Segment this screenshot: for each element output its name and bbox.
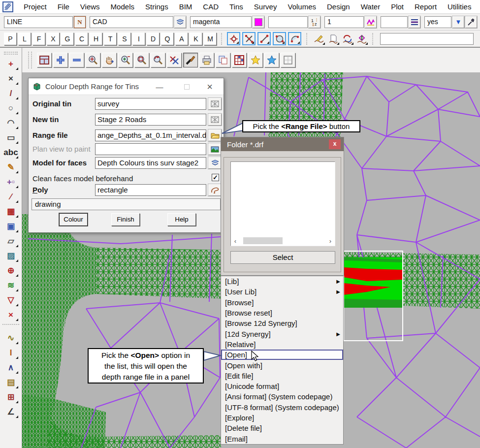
colour-button[interactable]: Colour: [59, 213, 88, 226]
menubar-item[interactable]: Survey: [249, 0, 283, 13]
plan-view-field[interactable]: [95, 143, 206, 155]
maximize-icon[interactable]: [177, 78, 196, 95]
menu-item[interactable]: [User Lib] ▶: [221, 287, 343, 297]
model-chooser-icon[interactable]: [174, 16, 186, 28]
menubar-item[interactable]: User: [477, 0, 480, 13]
favourites-star-button[interactable]: [248, 53, 263, 67]
letter-toggle-button[interactable]: G: [61, 32, 74, 45]
menu-item[interactable]: [Browse reset] ▶: [221, 308, 343, 318]
view-copy-icon[interactable]: ▣: [2, 219, 19, 233]
letter-toggle-button[interactable]: P: [4, 32, 17, 45]
poly-field[interactable]: rectangle: [95, 184, 206, 196]
finish-button[interactable]: Finish: [111, 213, 140, 226]
menu-item[interactable]: [Open with] ▶: [221, 360, 343, 370]
snap-line-toggle[interactable]: [257, 32, 271, 45]
menu-item[interactable]: [Lib] ▶: [221, 276, 343, 287]
clean-faces-checkbox[interactable]: ✓: [212, 174, 219, 181]
menu-item[interactable]: [Edit file] ▶: [221, 371, 343, 381]
command-input[interactable]: [380, 33, 474, 45]
move-point-icon[interactable]: +▫: [2, 175, 19, 189]
menubar-item[interactable]: Views: [75, 0, 105, 13]
horizontal-scrollbar[interactable]: ‹ ›: [231, 236, 334, 245]
create-circle-icon[interactable]: ○: [2, 101, 19, 115]
menu-item[interactable]: [12d Synergy] ▶: [221, 328, 343, 339]
toolbar-grip[interactable]: [28, 52, 32, 68]
snap-arc-toggle[interactable]: [288, 32, 301, 45]
create-text-icon[interactable]: abc: [2, 145, 19, 160]
cad-rotate-icon[interactable]: [341, 32, 354, 45]
menu-item[interactable]: [Ansi format] (System codepage) ▶: [221, 391, 343, 402]
letter-toggle-button[interactable]: T: [104, 32, 117, 45]
original-tin-field[interactable]: survey: [95, 98, 206, 110]
file-listbox[interactable]: ‹ ›: [230, 161, 335, 246]
edit-note-icon[interactable]: ▤: [2, 375, 19, 389]
snap-cross-toggle[interactable]: [242, 32, 256, 45]
polygon-icon[interactable]: ▱: [2, 234, 19, 248]
view-grid-button[interactable]: [232, 53, 247, 67]
synergy-star-button[interactable]: [264, 53, 279, 67]
letter-toggle-button[interactable]: A: [175, 32, 188, 45]
image-icon[interactable]: ▨: [2, 249, 19, 263]
shield-icon[interactable]: ▽: [2, 293, 19, 307]
tinable-dropdown-icon[interactable]: ▼: [452, 16, 464, 28]
zoom-extents-button[interactable]: [86, 53, 100, 67]
snap-circle-toggle[interactable]: [273, 32, 286, 45]
copy-view-button[interactable]: [216, 53, 230, 67]
menu-item[interactable]: [Browse 12d Synergy] ▶: [221, 318, 343, 328]
help-button[interactable]: Help: [167, 213, 196, 226]
interrogate-icon[interactable]: I: [2, 346, 19, 360]
menu-item[interactable]: [Open] ▶: [221, 350, 343, 360]
scroll-right-icon[interactable]: ›: [326, 237, 334, 245]
menubar-item[interactable]: Water: [355, 0, 385, 13]
create-arc-icon[interactable]: ◠: [2, 116, 19, 130]
name-mode-button[interactable]: N: [74, 16, 86, 28]
snap-point-toggle[interactable]: [227, 32, 240, 45]
divider-tool-icon[interactable]: ∧: [2, 360, 19, 375]
create-line-icon[interactable]: /: [2, 86, 19, 100]
view-chooser-icon[interactable]: [208, 143, 222, 155]
snap-point-icon[interactable]: +: [2, 57, 19, 71]
tinable-input[interactable]: yes: [424, 16, 451, 28]
remove-model-button[interactable]: [69, 53, 84, 67]
colour-swatch[interactable]: [253, 16, 264, 28]
tin-chooser-icon[interactable]: [208, 98, 222, 110]
letter-toggle-button[interactable]: H: [90, 32, 102, 45]
menubar-item[interactable]: Utilities: [442, 0, 477, 13]
close-icon[interactable]: ×: [200, 78, 220, 95]
model-for-faces-field[interactable]: Depth Colours tins surv stage2: [95, 157, 206, 169]
redraw-brush-button[interactable]: [183, 53, 198, 67]
delete-icon[interactable]: ×: [2, 308, 19, 322]
scrollbar-thumb[interactable]: [243, 237, 283, 244]
menubar-item[interactable]: Project: [18, 0, 52, 13]
menubar-item[interactable]: Volumes: [282, 0, 321, 13]
cad-spin-icon[interactable]: [355, 32, 368, 45]
popup-titlebar[interactable]: Folder *.drf x: [221, 137, 344, 151]
letter-toggle-button[interactable]: S: [118, 32, 131, 45]
menu-item[interactable]: [Explore] ▶: [221, 413, 343, 423]
grid-icon[interactable]: ▦: [2, 204, 19, 219]
pane-layout-button[interactable]: [281, 53, 295, 67]
lasso-pick-icon[interactable]: [208, 184, 222, 196]
letter-toggle-button[interactable]: K: [190, 32, 202, 45]
model-chooser-icon[interactable]: [208, 157, 222, 169]
add-model-button[interactable]: [53, 53, 68, 67]
create-rectangle-icon[interactable]: ▭: [2, 130, 19, 145]
letter-toggle-button[interactable]: I: [132, 32, 145, 45]
new-tin-field[interactable]: Stage 2 Roads: [95, 114, 206, 126]
style-input[interactable]: [381, 16, 408, 28]
zoom-previous-button[interactable]: [151, 53, 165, 67]
menubar-item[interactable]: Tins: [224, 0, 249, 13]
eyedropper-icon[interactable]: [465, 16, 477, 28]
menu-item[interactable]: [Browse] ▶: [221, 297, 343, 308]
menu-item[interactable]: [Email] ▶: [221, 433, 343, 444]
zoom-window-button[interactable]: [134, 53, 149, 67]
weight-lines-icon[interactable]: [409, 16, 420, 28]
edit-pencil-icon[interactable]: ✎: [2, 160, 19, 174]
text-height-icon[interactable]: 1z: [309, 16, 320, 28]
menubar-item[interactable]: Report: [409, 0, 442, 13]
zoom-in-out-button[interactable]: [118, 53, 133, 67]
colour-input[interactable]: magenta: [190, 16, 252, 28]
scroll-left-icon[interactable]: ‹: [231, 237, 239, 245]
linestyle-icon[interactable]: [365, 16, 377, 28]
menubar-item[interactable]: File: [52, 0, 75, 13]
